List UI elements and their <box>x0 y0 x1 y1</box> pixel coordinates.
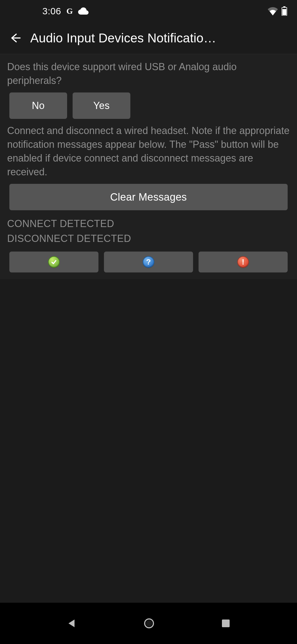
google-g-icon: G <box>65 6 74 16</box>
yes-button-label: Yes <box>93 100 110 111</box>
triangle-back-icon <box>66 618 77 629</box>
arrow-left-icon <box>9 32 21 44</box>
log-line: CONNECT DETECTED <box>7 216 297 231</box>
yes-no-row: No Yes <box>0 92 297 124</box>
instructions-text: Connect and disconnect a wired headset. … <box>0 124 297 184</box>
wifi-icon <box>267 7 278 15</box>
content-area: Does this device support wired USB or An… <box>0 54 297 279</box>
nav-recent-button[interactable] <box>221 618 231 628</box>
back-button[interactable] <box>0 22 30 54</box>
app-bar: Audio Input Devices Notificatio… <box>0 22 297 54</box>
page-title: Audio Input Devices Notificatio… <box>30 31 290 45</box>
info-button[interactable]: ? <box>104 252 193 272</box>
svg-rect-2 <box>282 9 286 15</box>
screen-root: 3:06 G Audio Input Devices Notificatio… … <box>0 0 297 644</box>
status-time: 3:06 <box>42 6 61 17</box>
nav-home-button[interactable] <box>144 618 155 629</box>
nav-back-button[interactable] <box>66 618 77 629</box>
status-left: 3:06 G <box>0 6 89 17</box>
message-log: CONNECT DETECTED DISCONNECT DETECTED <box>0 216 297 252</box>
check-icon <box>48 256 60 268</box>
status-bar: 3:06 G <box>0 0 297 22</box>
svg-rect-5 <box>222 620 230 627</box>
status-right <box>267 6 287 16</box>
no-button[interactable]: No <box>9 92 67 119</box>
clear-messages-button[interactable]: Clear Messages <box>9 184 288 210</box>
question-icon: ? <box>143 256 154 268</box>
square-recent-icon <box>221 618 231 628</box>
svg-point-4 <box>146 620 152 627</box>
pass-button[interactable] <box>9 252 98 272</box>
question-text: Does this device support wired USB or An… <box>0 54 297 92</box>
battery-icon <box>282 6 287 16</box>
result-button-row: ? ! <box>0 252 297 279</box>
fail-button[interactable]: ! <box>199 252 288 272</box>
yes-button[interactable]: Yes <box>73 92 130 119</box>
no-button-label: No <box>32 100 45 111</box>
log-line: DISCONNECT DETECTED <box>7 231 297 246</box>
cloud-icon <box>78 7 89 15</box>
system-nav-bar <box>0 603 297 644</box>
clear-messages-label: Clear Messages <box>110 191 187 203</box>
alert-icon: ! <box>237 256 249 268</box>
circle-home-icon <box>144 618 155 629</box>
